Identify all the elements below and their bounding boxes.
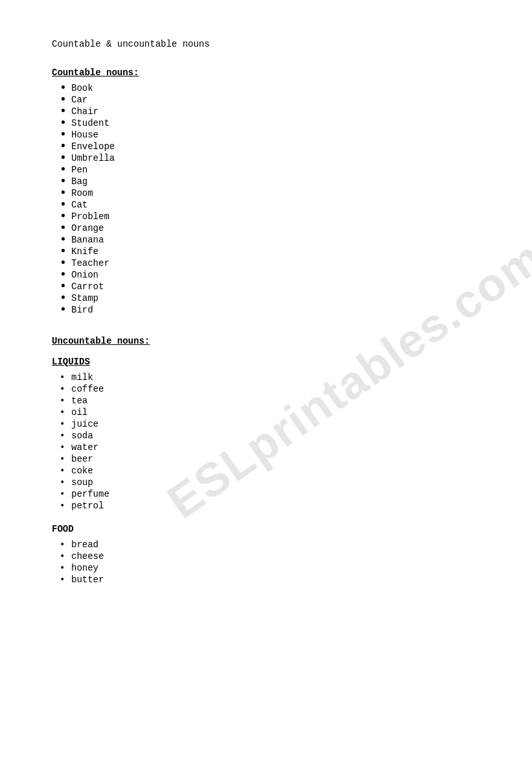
list-item: coke — [71, 466, 480, 476]
list-item: Envelope — [71, 141, 480, 152]
list-item: Banana — [71, 235, 480, 245]
list-item: Cat — [71, 200, 480, 210]
list-item: Teacher — [71, 258, 480, 268]
list-item: Umbrella — [71, 153, 480, 163]
countable-list: BookCarChairStudentHouseEnvelopeUmbrella… — [52, 83, 480, 315]
countable-section: Countable nouns: BookCarChairStudentHous… — [52, 67, 480, 315]
list-item: beer — [71, 454, 480, 464]
list-item: soda — [71, 431, 480, 441]
countable-heading: Countable nouns: — [52, 67, 480, 78]
liquids-heading: LIQUIDS — [52, 357, 480, 367]
list-item: coffee — [71, 384, 480, 394]
list-item: Student — [71, 118, 480, 128]
list-item: soup — [71, 477, 480, 488]
list-item: Knife — [71, 246, 480, 257]
list-item: petrol — [71, 501, 480, 511]
list-item: Bird — [71, 305, 480, 315]
list-item: butter — [71, 574, 480, 585]
list-item: Car — [71, 95, 480, 105]
list-item: honey — [71, 563, 480, 573]
list-item: oil — [71, 407, 480, 418]
liquids-list: milkcoffeeteaoiljuicesodawaterbeercokeso… — [52, 372, 480, 511]
uncountable-section: Uncountable nouns: LIQUIDS milkcoffeetea… — [52, 336, 480, 585]
list-item: Stamp — [71, 293, 480, 303]
list-item: Orange — [71, 223, 480, 233]
list-item: Pen — [71, 165, 480, 175]
list-item: juice — [71, 419, 480, 429]
list-item: cheese — [71, 551, 480, 562]
list-item: bread — [71, 539, 480, 550]
list-item: Problem — [71, 211, 480, 222]
list-item: Onion — [71, 270, 480, 280]
food-heading: FOOD — [52, 524, 480, 534]
list-item: Room — [71, 188, 480, 198]
food-section: FOOD breadcheesehoneybutter — [52, 524, 480, 585]
list-item: Carrot — [71, 281, 480, 292]
list-item: perfume — [71, 489, 480, 499]
list-item: milk — [71, 372, 480, 383]
list-item: Chair — [71, 106, 480, 117]
list-item: water — [71, 442, 480, 453]
list-item: tea — [71, 396, 480, 406]
page-title: Countable & uncountable nouns — [52, 39, 480, 49]
uncountable-heading: Uncountable nouns: — [52, 336, 480, 346]
list-item: House — [71, 130, 480, 140]
list-item: Bag — [71, 176, 480, 187]
list-item: Book — [71, 83, 480, 93]
food-list: breadcheesehoneybutter — [52, 539, 480, 585]
